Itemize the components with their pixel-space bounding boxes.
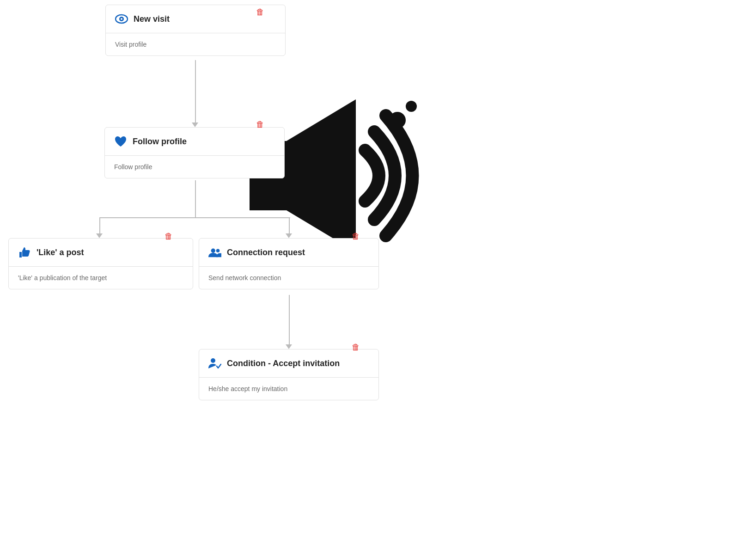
follow-profile-title: Follow profile: [133, 137, 187, 147]
arrow-to-like: [96, 233, 103, 238]
new-visit-body: Visit profile: [106, 33, 285, 55]
svg-point-0: [389, 112, 406, 129]
connector-branch-horizontal: [99, 217, 290, 218]
svg-point-6: [216, 249, 219, 252]
svg-point-7: [211, 358, 215, 363]
connection-request-delete-button[interactable]: 🗑: [350, 230, 362, 243]
condition-accept-title: Condition - Accept invitation: [227, 359, 340, 368]
follow-profile-body: Follow profile: [105, 156, 284, 178]
connector-connection-to-condition: [289, 295, 290, 347]
connector-follow-down: [195, 180, 196, 217]
like-post-delete-button[interactable]: 🗑: [163, 230, 175, 243]
connector-to-connection: [289, 217, 290, 236]
workflow-canvas: New visit Visit profile 🗑 Follow profile…: [0, 0, 756, 533]
condition-accept-card[interactable]: Condition - Accept invitation He/she acc…: [199, 349, 379, 400]
like-post-body: 'Like' a publication of the target: [9, 267, 193, 289]
follow-profile-card[interactable]: Follow profile Follow profile: [104, 127, 285, 178]
new-visit-title: New visit: [134, 14, 170, 24]
arrow-to-connection: [286, 233, 292, 238]
svg-point-1: [406, 101, 417, 112]
arrow-new-to-follow: [192, 123, 198, 127]
heart-icon: [114, 135, 127, 148]
connector-to-like: [99, 217, 100, 236]
connection-request-title: Connection request: [227, 248, 305, 257]
connection-request-card[interactable]: Connection request Send network connecti…: [199, 238, 379, 289]
people-icon: [208, 246, 221, 259]
svg-point-5: [211, 249, 215, 253]
follow-profile-header: Follow profile: [105, 128, 284, 156]
new-visit-delete-button[interactable]: 🗑: [254, 6, 266, 19]
person-check-icon: [208, 357, 221, 370]
eye-icon: [115, 12, 128, 25]
like-post-card[interactable]: 'Like' a post 'Like' a publication of th…: [8, 238, 193, 289]
arrow-connection-to-condition: [286, 344, 292, 349]
svg-point-4: [121, 18, 122, 20]
follow-profile-delete-button[interactable]: 🗑: [254, 118, 266, 131]
connector-new-to-follow: [195, 60, 196, 125]
thumbsup-icon: [18, 246, 31, 259]
condition-accept-delete-button[interactable]: 🗑: [350, 341, 362, 354]
like-post-title: 'Like' a post: [37, 248, 84, 257]
condition-accept-body: He/she accept my invitation: [199, 378, 378, 400]
connection-request-body: Send network connection: [199, 267, 378, 289]
